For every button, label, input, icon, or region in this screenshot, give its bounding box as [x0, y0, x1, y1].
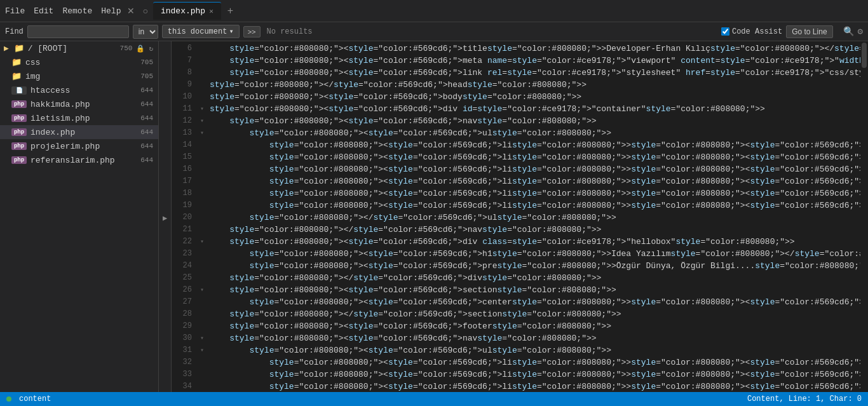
fold-indicator — [197, 356, 207, 369]
main-area: ▶ 📁 / [ROOT] 750 🔒 ↻ 📁 css 705 📁 img 705… — [0, 41, 868, 392]
fold-indicator[interactable]: ▾ — [197, 332, 207, 344]
code-line[interactable]: style="color:#808080;"><style="color:#56… — [210, 151, 860, 163]
code-line[interactable]: style="color:#808080;"><style="color:#56… — [210, 115, 860, 127]
search-icon[interactable]: 🔍 — [843, 26, 854, 37]
find-input[interactable] — [27, 25, 129, 38]
code-line[interactable]: style="color:#808080;"></style="color:#5… — [210, 272, 860, 284]
sidebar-item-projelerim[interactable]: php projelerim.php 644 — [0, 139, 158, 153]
php-icon-index: php — [11, 128, 27, 136]
code-assist-toggle[interactable]: Code Assist — [721, 27, 782, 36]
code-content[interactable]: style="color:#808080;"><style="color:#56… — [207, 41, 860, 392]
find-no-results: No results — [267, 27, 313, 36]
sidebar-item-iletisim[interactable]: php iletisim.php 644 — [0, 111, 158, 125]
sidebar-img-badge: 705 — [140, 72, 153, 80]
tab-bar: ✕ ○ index.php ✕ + — [125, 2, 863, 20]
code-line[interactable]: style="color:#808080;"><style="color:#56… — [210, 332, 860, 344]
tab-add-button[interactable]: + — [224, 5, 237, 17]
sync-icon: ↻ — [149, 44, 153, 53]
tab-close-o-btn[interactable]: ○ — [140, 6, 150, 16]
fold-indicator[interactable]: ▾ — [197, 344, 207, 356]
fold-indicator — [197, 187, 207, 200]
code-line[interactable]: style="color:#808080;"><style="color:#56… — [210, 356, 860, 369]
php-icon-projelerim: php — [11, 142, 27, 150]
php-icon-hakkimda: php — [11, 100, 27, 108]
fold-indicator[interactable]: ▾ — [197, 236, 207, 248]
line-number: 8 — [172, 67, 192, 79]
tab-x-icon[interactable]: ✕ — [209, 7, 214, 15]
code-line[interactable]: style="color:#808080;"><style="color:#56… — [210, 260, 860, 272]
find-doc-button[interactable]: this document ▾ — [162, 25, 240, 38]
code-line[interactable]: style="color:#808080;"></style="color:#5… — [210, 212, 860, 224]
code-line[interactable]: style="color:#808080;"><style="color:#56… — [210, 55, 860, 67]
sidebar-root-label: / [ROOT] — [28, 44, 114, 53]
code-line[interactable]: style="color:#808080;"></style="color:#5… — [210, 79, 860, 91]
sidebar-index-label: index.php — [31, 128, 134, 137]
code-line[interactable]: style="color:#808080;"><style="color:#56… — [210, 284, 860, 296]
menu-help[interactable]: Help — [101, 6, 121, 16]
code-line[interactable]: style="color:#808080;"><style="color:#56… — [210, 43, 860, 55]
scrollbar-track[interactable] — [860, 41, 868, 392]
sidebar-item-css[interactable]: 📁 css 705 — [0, 55, 158, 69]
sidebar-item-hakkimda[interactable]: php hakkimda.php 644 — [0, 97, 158, 111]
sidebar-resize-handle[interactable]: ▶ — [159, 41, 172, 392]
code-line[interactable]: style="color:#808080;"><style="color:#56… — [210, 187, 860, 200]
sidebar-root-badge: 750 — [120, 44, 133, 52]
code-line[interactable]: style="color:#808080;"><style="color:#56… — [210, 200, 860, 212]
code-line[interactable]: style="color:#808080;"><style="color:#56… — [210, 127, 860, 139]
code-line[interactable]: style="color:#808080;"><style="color:#56… — [210, 175, 860, 187]
sidebar-htaccess-badge: 644 — [140, 86, 153, 94]
fold-indicator — [197, 381, 207, 392]
line-numbers-gutter: 6789101112131415161718192021222324252627… — [172, 41, 197, 392]
find-icons: 🔍 ⚙ — [843, 26, 863, 37]
sidebar-css-label: css — [25, 58, 134, 67]
sidebar-item-index[interactable]: php index.php 644 — [0, 125, 158, 139]
code-assist-checkbox[interactable] — [721, 27, 729, 36]
goto-line-button[interactable]: Go to Line — [786, 25, 832, 38]
scrollbar-thumb[interactable] — [862, 43, 867, 68]
sidebar-item-referanslarim[interactable]: php referanslarim.php 644 — [0, 153, 158, 167]
fold-indicator — [197, 151, 207, 163]
line-number: 29 — [172, 320, 192, 332]
sidebar-item-img[interactable]: 📁 img 705 — [0, 69, 158, 83]
code-line[interactable]: style="color:#808080;"><style="color:#56… — [210, 236, 860, 248]
code-line[interactable]: style="color:#808080;"><style="color:#56… — [210, 103, 860, 115]
line-number: 16 — [172, 163, 192, 175]
line-number: 28 — [172, 308, 192, 320]
sidebar-root[interactable]: ▶ 📁 / [ROOT] 750 🔒 ↻ — [0, 41, 158, 55]
code-line[interactable]: style="color:#808080;"><style="color:#56… — [210, 139, 860, 151]
find-next-button[interactable]: >> — [243, 26, 261, 37]
menu-file[interactable]: File — [5, 6, 25, 16]
menu-remote[interactable]: Remote — [62, 6, 92, 16]
line-number: 13 — [172, 127, 192, 139]
sidebar-item-htaccess[interactable]: 📄 htaccess 644 — [0, 83, 158, 97]
fold-indicator — [197, 79, 207, 91]
line-number: 23 — [172, 248, 192, 260]
tab-close-x-btn[interactable]: ✕ — [125, 6, 137, 16]
code-line[interactable]: style="color:#808080;"><style="color:#56… — [210, 248, 860, 260]
fold-indicator[interactable]: ▾ — [197, 103, 207, 115]
fold-indicator[interactable]: ▾ — [197, 115, 207, 127]
code-line[interactable]: style="color:#808080;"><style="color:#56… — [210, 369, 860, 381]
sidebar-hakkimda-badge: 644 — [140, 100, 153, 108]
code-line[interactable]: style="color:#808080;"><style="color:#56… — [210, 67, 860, 79]
fold-indicator — [197, 55, 207, 67]
line-number: 30 — [172, 332, 192, 344]
code-line[interactable]: style="color:#808080;"><style="color:#56… — [210, 320, 860, 332]
fold-indicator[interactable]: ▾ — [197, 127, 207, 139]
folder-css-icon: 📁 — [11, 57, 22, 67]
settings-icon[interactable]: ⚙ — [858, 26, 863, 37]
sidebar-iletisim-label: iletisim.php — [31, 114, 134, 123]
code-line[interactable]: style="color:#808080;"></style="color:#5… — [210, 308, 860, 320]
code-line[interactable]: style="color:#808080;"><style="color:#56… — [210, 381, 860, 392]
menu-edit[interactable]: Edit — [34, 6, 53, 16]
code-line[interactable]: style="color:#808080;"><style="color:#56… — [210, 344, 860, 356]
line-number: 17 — [172, 175, 192, 187]
fold-indicator[interactable]: ▾ — [197, 284, 207, 296]
code-line[interactable]: style="color:#808080;"><style="color:#56… — [210, 163, 860, 175]
tab-index-php[interactable]: index.php ✕ — [153, 2, 221, 20]
code-line[interactable]: style="color:#808080;"></style="color:#5… — [210, 224, 860, 236]
code-line[interactable]: style="color:#808080;"><style="color:#56… — [210, 296, 860, 308]
code-line[interactable]: style="color:#808080;"><style="color:#56… — [210, 91, 860, 103]
find-scope-select[interactable]: in — [133, 25, 158, 39]
folder-img-icon: 📁 — [11, 71, 22, 81]
